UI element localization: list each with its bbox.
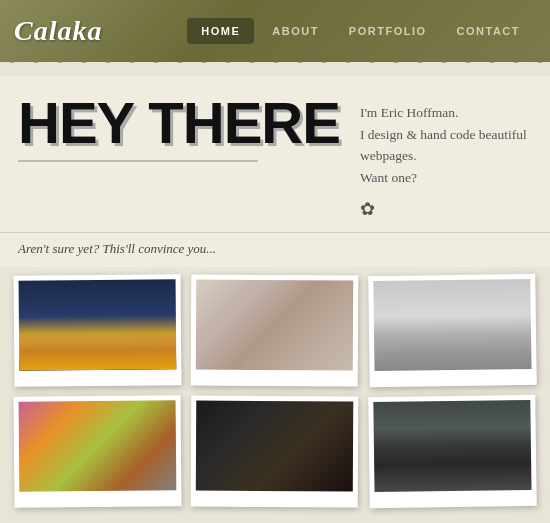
- nav-portfolio[interactable]: PORTFOLIO: [337, 19, 439, 43]
- photo-frame-eye[interactable]: [191, 275, 359, 387]
- photo-eye: [196, 280, 354, 371]
- photo-frame-lighthouse[interactable]: [368, 274, 537, 387]
- site-logo: Calaka: [14, 15, 102, 47]
- hero-section: HEY THERE I'm Eric Hoffman. I design & h…: [0, 76, 550, 233]
- photo-city: [19, 280, 177, 371]
- gallery-subtitle: Aren't sure yet? This'll convince you...: [18, 241, 216, 256]
- hero-right: I'm Eric Hoffman. I design & hand code b…: [360, 94, 532, 220]
- photo-frame-lake[interactable]: [368, 395, 537, 508]
- hero-divider: [18, 160, 258, 162]
- scallop-border: [0, 62, 550, 76]
- gallery-section: [0, 267, 550, 523]
- hero-decorative-icon: ✿: [360, 198, 532, 220]
- nav-about[interactable]: ABOUT: [260, 19, 331, 43]
- hero-heading: HEY THERE: [18, 94, 340, 152]
- photo-lake: [373, 400, 532, 492]
- gallery-row-1: [14, 275, 536, 386]
- site-header: Calaka HOME ABOUT PORTFOLIO CONTACT: [0, 0, 550, 62]
- photo-lighthouse: [373, 279, 532, 371]
- photo-pencils: [19, 401, 177, 492]
- hero-intro-line3: Want one?: [360, 170, 417, 185]
- photo-frame-dark[interactable]: [191, 396, 359, 508]
- hero-left: HEY THERE: [18, 94, 340, 162]
- photo-frame-city[interactable]: [14, 275, 182, 387]
- main-nav: HOME ABOUT PORTFOLIO CONTACT: [187, 18, 532, 44]
- nav-home[interactable]: HOME: [187, 18, 254, 44]
- gallery-row-2: [14, 396, 536, 507]
- photo-dark: [196, 401, 354, 492]
- hero-intro-name: I'm Eric Hoffman.: [360, 105, 459, 120]
- photo-frame-pencils[interactable]: [14, 396, 182, 508]
- gallery-subtitle-row: Aren't sure yet? This'll convince you...: [0, 233, 550, 267]
- hero-intro-line2: I design & hand code beautiful webpages.: [360, 127, 527, 164]
- hero-intro: I'm Eric Hoffman. I design & hand code b…: [360, 102, 532, 188]
- nav-contact[interactable]: CONTACT: [445, 19, 532, 43]
